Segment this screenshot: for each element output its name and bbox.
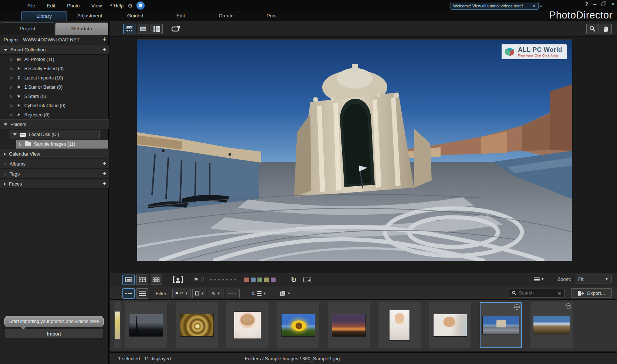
restore-button[interactable] bbox=[601, 1, 606, 6]
flag-pick-icon[interactable]: ⚑ bbox=[193, 276, 198, 283]
expand-arrow-icon[interactable]: ▷ bbox=[19, 142, 22, 146]
thumbnail-sunflower[interactable] bbox=[277, 302, 319, 348]
tree-item-rejected[interactable]: ▷ ✶ Rejected (0) bbox=[0, 110, 109, 119]
expand-arrow-icon[interactable]: ▷ bbox=[10, 76, 13, 80]
menu-edit[interactable]: Edit bbox=[43, 1, 60, 10]
expand-arrow-icon[interactable]: ▷ bbox=[10, 113, 13, 117]
tab-guided[interactable]: Guided bbox=[112, 11, 158, 21]
thumbnail-dark-spire-landscape[interactable] bbox=[125, 302, 167, 348]
face-tag-icon[interactable] bbox=[172, 275, 184, 285]
add-tag-icon[interactable]: + bbox=[102, 170, 106, 177]
thumbnail-mountain-360-pano[interactable]: 360 bbox=[530, 302, 573, 348]
tree-item-recently-edited[interactable]: ▷ ✶ Recently Edited (0) bbox=[0, 64, 109, 73]
faces-header[interactable]: Faces + bbox=[0, 179, 109, 189]
settings-gear-icon[interactable]: ⚙ bbox=[128, 2, 133, 9]
tree-item-all-photos[interactable]: ▷ ⊞ All Photos (11) bbox=[0, 55, 109, 64]
thumbnail-flower-partial[interactable] bbox=[114, 302, 121, 348]
help-button[interactable]: ? bbox=[585, 1, 588, 7]
color-label-yellow[interactable] bbox=[264, 278, 269, 282]
browser-view-button[interactable] bbox=[123, 24, 135, 34]
tree-item-local-disk[interactable]: Local Disk (C:) bbox=[10, 130, 100, 139]
thumbnail-golden-spiral-staircase[interactable] bbox=[176, 302, 218, 348]
project-row[interactable]: Project - WWW.4DOWNLOAD.NET + bbox=[0, 35, 109, 45]
rotate-icon[interactable]: ↻ bbox=[291, 276, 297, 284]
expand-arrow-icon[interactable]: ▷ bbox=[10, 57, 13, 61]
flag-reject-icon[interactable]: ⚐ bbox=[200, 276, 205, 283]
sort-order-dropdown[interactable]: ⇅▼ bbox=[249, 289, 269, 298]
folders-header[interactable]: Folders bbox=[0, 119, 109, 129]
tree-item-cyberlink-cloud[interactable]: ▷ ✶ CyberLink Cloud (0) bbox=[0, 101, 109, 110]
search-input[interactable] bbox=[519, 290, 555, 296]
menu-photo[interactable]: Photo bbox=[63, 1, 84, 10]
collapse-arrow-icon[interactable] bbox=[4, 123, 7, 126]
thumbnail-sunset-sky[interactable] bbox=[328, 302, 370, 348]
menu-file[interactable]: File bbox=[23, 1, 40, 10]
color-label-blue[interactable] bbox=[251, 278, 256, 282]
tree-item-5-stars[interactable]: ▷ ✶ 5 Stars (0) bbox=[0, 92, 109, 101]
multi-grid-view-button[interactable] bbox=[150, 275, 162, 285]
thumbnail-options-icon[interactable]: ▼ bbox=[534, 277, 544, 281]
tab-print[interactable]: Print bbox=[249, 11, 294, 21]
collapse-arrow-icon[interactable] bbox=[13, 133, 17, 136]
thumbnail-venice-360-pano[interactable]: 360 bbox=[480, 302, 522, 348]
filter-color-dropdown[interactable]: ▼ bbox=[192, 289, 207, 298]
filmstrip-view-button[interactable] bbox=[122, 288, 135, 299]
thumbnail-smiling-woman[interactable] bbox=[226, 302, 269, 348]
albums-header[interactable]: ▷ Albums + bbox=[0, 159, 109, 169]
zoom-tool-button[interactable] bbox=[586, 24, 599, 34]
notification-bell-icon[interactable] bbox=[136, 1, 145, 10]
expand-arrow-icon[interactable]: ▷ bbox=[10, 103, 13, 108]
add-face-icon[interactable]: + bbox=[102, 180, 106, 187]
expand-arrow-icon[interactable]: ▷ bbox=[4, 172, 7, 176]
tab-adjustment[interactable]: Adjustment bbox=[67, 11, 112, 21]
expand-arrow-icon[interactable]: ▷ bbox=[10, 67, 13, 71]
caption-warning-icon[interactable] bbox=[301, 275, 313, 285]
tab-edit[interactable]: Edit bbox=[158, 11, 203, 21]
color-label-red[interactable] bbox=[244, 278, 249, 282]
tab-create[interactable]: Create bbox=[203, 11, 249, 21]
stack-photos-dropdown[interactable]: ▼ bbox=[278, 289, 293, 298]
grid-view-button[interactable] bbox=[151, 24, 163, 34]
single-photo-view-button[interactable] bbox=[122, 275, 135, 285]
menu-view[interactable]: View bbox=[87, 1, 106, 10]
thumbnail-laughing-woman[interactable] bbox=[378, 302, 421, 348]
photo-360-sample1[interactable]: ALL PC World Free Apps One Click Away bbox=[137, 40, 572, 261]
expand-arrow-icon[interactable] bbox=[4, 152, 6, 156]
expand-arrow-icon[interactable]: ▷ bbox=[10, 94, 13, 98]
expand-arrow-icon[interactable] bbox=[4, 182, 6, 186]
star-rating-dots[interactable] bbox=[210, 279, 236, 280]
thumbnail-woman-in-white[interactable] bbox=[429, 302, 471, 348]
tree-item-sample-images[interactable]: ▷ Sample Images (11) bbox=[16, 140, 108, 149]
zoom-fit-dropdown[interactable]: Fit ▼ bbox=[575, 275, 612, 283]
tree-item-1-star-or-better[interactable]: ▷ ✶ 1 Star or Better (0) bbox=[0, 82, 109, 92]
compare-view-button[interactable] bbox=[136, 275, 148, 285]
filter-rating-dropdown[interactable]: ✎▼ bbox=[209, 289, 223, 298]
expand-arrow-icon[interactable]: ▷ bbox=[10, 85, 13, 89]
collapse-arrow-icon[interactable] bbox=[4, 49, 7, 51]
close-button[interactable]: × bbox=[611, 1, 615, 7]
add-album-icon[interactable]: + bbox=[102, 160, 106, 167]
filter-flags-dropdown[interactable]: ⚑⚐▼ bbox=[172, 289, 191, 298]
list-view-button[interactable] bbox=[136, 288, 148, 299]
add-smart-collection-icon[interactable]: + bbox=[102, 46, 106, 53]
export-button[interactable]: Export... bbox=[571, 288, 612, 298]
notification-close-icon[interactable]: ✕ bbox=[532, 3, 536, 8]
tab-project[interactable]: Project bbox=[1, 23, 54, 35]
search-box[interactable]: ✕ bbox=[509, 289, 564, 298]
add-project-icon[interactable]: + bbox=[102, 35, 106, 43]
minimize-button[interactable]: – bbox=[593, 1, 596, 7]
clear-search-icon[interactable]: ✕ bbox=[557, 290, 562, 296]
tab-library[interactable]: Library bbox=[21, 11, 67, 21]
color-label-purple[interactable] bbox=[271, 278, 276, 282]
single-view-button[interactable] bbox=[137, 24, 149, 34]
360-mode-icon[interactable] bbox=[169, 24, 182, 34]
pan-hand-tool-button[interactable] bbox=[600, 24, 612, 34]
smart-collection-header[interactable]: Smart Collection + bbox=[0, 45, 109, 55]
redo-icon[interactable]: ↷ bbox=[118, 2, 124, 10]
welcome-notification[interactable]: Welcome! View all tutorial videos here! … bbox=[451, 2, 539, 10]
tree-item-latest-imports[interactable]: ▷ ↧ Latest Imports (10) bbox=[0, 73, 109, 82]
tab-metadata[interactable]: Metadata bbox=[55, 23, 109, 35]
filter-more-dropdown[interactable]: ···· bbox=[225, 289, 240, 298]
expand-arrow-icon[interactable]: ▷ bbox=[4, 162, 7, 166]
import-button[interactable]: Import bbox=[4, 329, 104, 339]
